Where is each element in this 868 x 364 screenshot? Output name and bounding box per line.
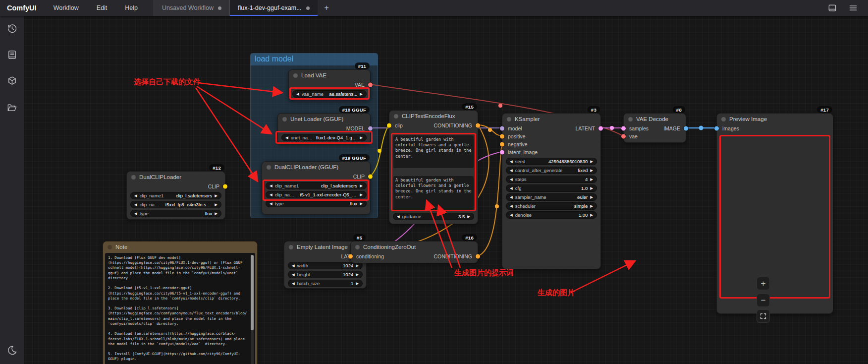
increment-icon[interactable]: ▶ bbox=[356, 263, 359, 268]
menu-hamburger-icon[interactable] bbox=[848, 3, 858, 13]
decrement-icon[interactable]: ◀ bbox=[134, 211, 137, 216]
widget-steps[interactable]: ◀steps4▶ bbox=[506, 176, 597, 183]
node-note[interactable]: Note 1. Download [Flux GGUF dev model] (… bbox=[103, 241, 258, 364]
decrement-icon[interactable]: ◀ bbox=[292, 281, 295, 286]
decrement-icon[interactable]: ◀ bbox=[270, 183, 272, 188]
increment-icon[interactable]: ▶ bbox=[590, 186, 593, 190]
unsaved-dot-icon[interactable] bbox=[306, 6, 310, 10]
input-port-vae[interactable] bbox=[621, 134, 626, 139]
increment-icon[interactable]: ▶ bbox=[215, 193, 217, 198]
decrement-icon[interactable]: ◀ bbox=[270, 201, 272, 206]
widget-vae-name[interactable]: ◀vae_nameae.safetens...▶ bbox=[292, 90, 367, 98]
widget-clip-name1[interactable]: ◀clip_name1clip_l.safetensors▶ bbox=[130, 192, 221, 199]
decrement-icon[interactable]: ◀ bbox=[134, 202, 137, 207]
collapse-dot-icon[interactable] bbox=[507, 117, 511, 121]
tab-unsaved-workflow[interactable]: Unsaved Workflow bbox=[154, 0, 230, 16]
decrement-icon[interactable]: ◀ bbox=[296, 92, 299, 96]
tab-flux-gguf-example[interactable]: flux-1-dev-gguf-exam... bbox=[230, 0, 318, 16]
decrement-icon[interactable]: ◀ bbox=[134, 193, 137, 198]
node-preview-image[interactable]: #17 Preview Image images bbox=[716, 113, 833, 314]
widget-scheduler[interactable]: ◀schedulersimple▶ bbox=[506, 202, 597, 210]
widget-clip-name2[interactable]: ◀clip_name2t5-v1_1-xxl-encoder-Q5_K_...▶ bbox=[266, 191, 367, 198]
input-port-latent-image[interactable] bbox=[500, 150, 504, 155]
prompt-textarea-t5xxl[interactable]: A beautiful garden with colorful flowers… bbox=[393, 176, 474, 211]
panel-toggle-icon[interactable] bbox=[827, 3, 837, 13]
increment-icon[interactable]: ▶ bbox=[215, 202, 217, 207]
increment-icon[interactable]: ▶ bbox=[360, 183, 363, 188]
collapse-dot-icon[interactable] bbox=[293, 73, 298, 78]
decrement-icon[interactable]: ◀ bbox=[292, 263, 295, 268]
menu-workflow[interactable]: Workflow bbox=[45, 0, 88, 16]
decrement-icon[interactable]: ◀ bbox=[510, 168, 513, 173]
collapse-dot-icon[interactable] bbox=[131, 175, 136, 180]
theme-toggle-moon-icon[interactable] bbox=[6, 345, 18, 356]
output-port-conditioning[interactable] bbox=[476, 254, 480, 259]
widget-denoise[interactable]: ◀denoise1.00▶ bbox=[506, 211, 597, 219]
input-port-clip[interactable] bbox=[387, 123, 391, 128]
node-header[interactable]: Preview Image bbox=[717, 114, 833, 124]
collapse-dot-icon[interactable] bbox=[289, 245, 293, 249]
node-header[interactable]: DualCLIPLoader (GGUF) bbox=[262, 162, 370, 173]
increment-icon[interactable]: ▶ bbox=[356, 272, 359, 277]
prompt-textarea-clip-l[interactable]: A beautiful garden with colorful flowers… bbox=[393, 135, 474, 168]
node-header[interactable]: VAE Decode bbox=[624, 114, 686, 124]
note-scrollbar-thumb[interactable] bbox=[251, 255, 254, 330]
increment-icon[interactable]: ▶ bbox=[356, 281, 359, 286]
unsaved-dot-icon[interactable] bbox=[218, 6, 221, 10]
decrement-icon[interactable]: ◀ bbox=[510, 204, 513, 208]
increment-icon[interactable]: ▶ bbox=[467, 214, 470, 219]
decrement-icon[interactable]: ◀ bbox=[285, 135, 288, 140]
input-port-conditioning[interactable] bbox=[348, 254, 353, 259]
node-header[interactable]: CLIPTextEncodeFlux bbox=[389, 111, 478, 121]
history-icon[interactable] bbox=[6, 23, 18, 34]
menu-help[interactable]: Help bbox=[116, 0, 147, 16]
increment-icon[interactable]: ▶ bbox=[215, 211, 217, 216]
increment-icon[interactable]: ▶ bbox=[590, 204, 593, 208]
note-textarea[interactable]: 1. Download [Flux GGUF dev model] (https… bbox=[105, 253, 255, 364]
collapse-dot-icon[interactable] bbox=[267, 165, 271, 170]
decrement-icon[interactable]: ◀ bbox=[510, 195, 513, 199]
widget-type[interactable]: ◀typeflux▶ bbox=[130, 210, 221, 217]
widget-width[interactable]: ◀width1024▶ bbox=[288, 262, 363, 269]
collapse-dot-icon[interactable] bbox=[721, 117, 726, 121]
widget-control-after-generate[interactable]: ◀control_after_generatefixed▶ bbox=[506, 167, 597, 174]
widget-guidance[interactable]: ◀guidance3.5▶ bbox=[393, 213, 474, 220]
input-port-positive[interactable] bbox=[500, 134, 504, 139]
input-port-images[interactable] bbox=[714, 126, 719, 131]
increment-icon[interactable]: ▶ bbox=[360, 192, 363, 197]
note-text[interactable]: 1. Download [Flux GGUF dev model] (https… bbox=[108, 255, 247, 364]
collapse-dot-icon[interactable] bbox=[628, 117, 633, 121]
zoom-out-button[interactable]: − bbox=[757, 294, 770, 307]
app-logo[interactable]: ComfyUI bbox=[0, 0, 45, 16]
collapse-dot-icon[interactable] bbox=[108, 245, 112, 249]
output-port-latent[interactable] bbox=[598, 126, 603, 131]
node-header[interactable]: ConditioningZeroOut bbox=[351, 242, 478, 252]
widget-height[interactable]: ◀height1024▶ bbox=[288, 271, 363, 278]
node-header[interactable]: Note bbox=[103, 242, 257, 252]
node-dual-clip-loader-gguf[interactable]: #19 GGUF DualCLIPLoader (GGUF) CLIP ◀cli… bbox=[262, 161, 371, 215]
note-scrollbar[interactable] bbox=[251, 255, 254, 364]
widget-sampler-name[interactable]: ◀sampler_nameeuler▶ bbox=[506, 193, 597, 201]
output-port-conditioning[interactable] bbox=[476, 123, 480, 128]
decrement-icon[interactable]: ◀ bbox=[270, 192, 272, 197]
input-port-samples[interactable] bbox=[621, 126, 626, 131]
widget-clip-name1[interactable]: ◀clip_name1clip_l.safetensors▶ bbox=[266, 182, 367, 189]
increment-icon[interactable]: ▶ bbox=[360, 92, 363, 96]
input-port-model[interactable] bbox=[500, 126, 504, 131]
node-header[interactable]: Load VAE bbox=[289, 70, 370, 81]
decrement-icon[interactable]: ◀ bbox=[510, 159, 513, 164]
node-header[interactable]: DualCLIPLoader bbox=[127, 172, 225, 182]
decrement-icon[interactable]: ◀ bbox=[292, 272, 295, 277]
node-load-vae[interactable]: #11 Load VAE VAE ◀vae_nameae.safetens...… bbox=[288, 69, 371, 100]
increment-icon[interactable]: ▶ bbox=[360, 135, 363, 140]
collapse-dot-icon[interactable] bbox=[394, 114, 398, 119]
input-port-negative[interactable] bbox=[500, 142, 504, 147]
increment-icon[interactable]: ▶ bbox=[590, 168, 593, 173]
decrement-icon[interactable]: ◀ bbox=[510, 213, 513, 217]
increment-icon[interactable]: ▶ bbox=[360, 201, 363, 206]
new-tab-button[interactable]: + bbox=[318, 0, 336, 16]
node-library-icon[interactable] bbox=[6, 75, 18, 87]
node-conditioning-zero-out[interactable]: #16 ConditioningZeroOut conditioningCOND… bbox=[350, 241, 478, 263]
decrement-icon[interactable]: ◀ bbox=[510, 177, 513, 182]
increment-icon[interactable]: ▶ bbox=[590, 213, 593, 217]
